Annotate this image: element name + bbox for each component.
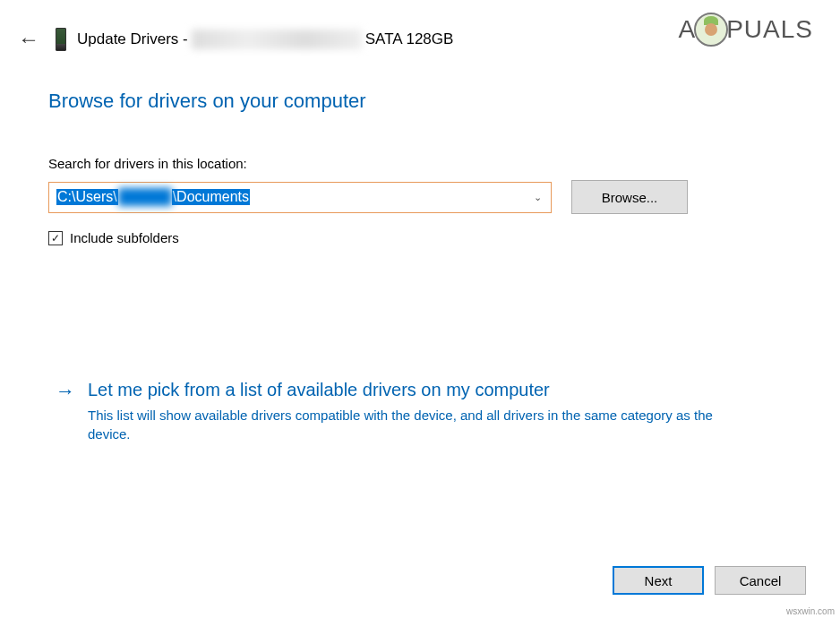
option-title: Let me pick from a list of available dri… — [88, 380, 792, 400]
arrow-right-icon: → — [56, 382, 75, 401]
option-link-row[interactable]: → Let me pick from a list of available d… — [56, 380, 792, 443]
window-title: Update Drivers - SATA 128GB — [77, 30, 453, 49]
location-input-value: C:\Users\\Documents — [56, 188, 250, 206]
cancel-button[interactable]: Cancel — [715, 566, 806, 595]
chevron-down-icon[interactable]: ⌄ — [534, 192, 542, 203]
main-content: Browse for drivers on your computer Sear… — [0, 72, 840, 443]
title-redacted — [192, 30, 362, 49]
title-prefix: Update Drivers - — [77, 30, 188, 48]
browse-button[interactable]: Browse... — [571, 180, 688, 214]
watermark-face-icon — [694, 13, 728, 47]
source-watermark: wsxwin.com — [786, 606, 835, 616]
include-subfolders-label: Include subfolders — [70, 230, 179, 245]
page-title: Browse for drivers on your computer — [48, 90, 792, 113]
include-subfolders-row[interactable]: ✓ Include subfolders — [48, 230, 792, 245]
option-description: This list will show available drivers co… — [88, 406, 750, 443]
search-location-label: Search for drivers in this location: — [48, 156, 792, 171]
device-drive-icon — [56, 28, 66, 51]
path-seg-documents: \Documents — [172, 189, 250, 205]
path-seg-users: C:\Users\ — [56, 189, 118, 205]
option-text-block: Let me pick from a list of available dri… — [88, 380, 792, 443]
watermark-text-suffix: PUALS — [726, 15, 813, 44]
watermark-logo: A PUALS — [678, 13, 813, 47]
pick-from-list-option[interactable]: → Let me pick from a list of available d… — [48, 380, 792, 443]
location-combobox[interactable]: C:\Users\\Documents ⌄ — [48, 182, 552, 213]
location-row: C:\Users\\Documents ⌄ Browse... — [48, 180, 792, 214]
path-seg-redacted — [118, 188, 172, 206]
footer-buttons: Next Cancel — [613, 566, 806, 595]
next-button[interactable]: Next — [613, 566, 704, 595]
back-arrow-icon[interactable]: ← — [13, 25, 45, 54]
include-subfolders-checkbox[interactable]: ✓ — [48, 231, 63, 245]
title-suffix: SATA 128GB — [365, 30, 454, 48]
